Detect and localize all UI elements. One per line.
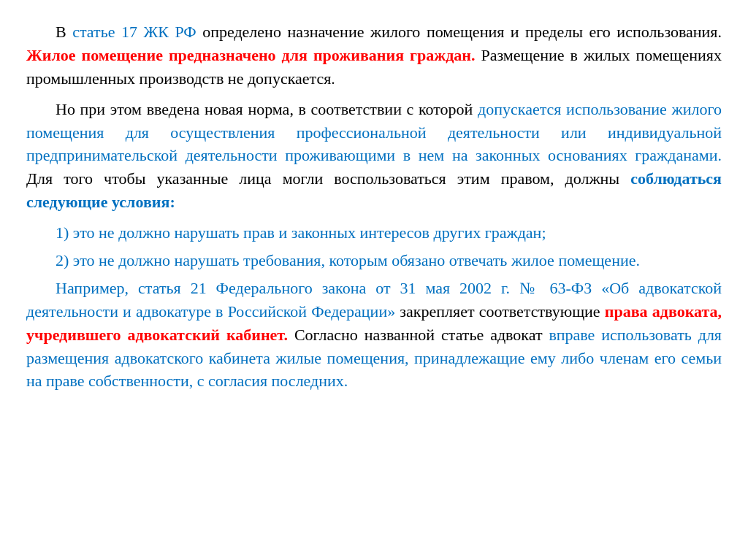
list-item-2-text: 2) это не должно нарушать требования, ко… — [56, 251, 640, 269]
p3-black2: Согласно названной статье адвокат — [288, 326, 549, 344]
paragraph-3: Например, статья 21 Федерального закона … — [26, 277, 722, 393]
list-item-1: 1) это не должно нарушать прав и законны… — [26, 221, 722, 245]
p1-prefix: В — [56, 23, 72, 41]
p1-highlight: Жилое помещение предназначено для прожив… — [26, 46, 476, 64]
paragraph-2: Но при этом введена новая норма, в соотв… — [26, 98, 722, 214]
p1-middle: определено назначение жилого помещения и… — [196, 23, 722, 41]
p1-link: статье 17 ЖК РФ — [72, 23, 196, 41]
p2-middle: Для того чтобы указанные лица могли восп… — [26, 169, 630, 188]
list-item-2: 2) это не должно нарушать требования, ко… — [26, 249, 722, 272]
p3-black1: закрепляет соответствующие — [395, 302, 605, 321]
paragraph-1: В статье 17 ЖК РФ определено назначение … — [26, 20, 722, 91]
p2-prefix: Но при этом введена новая норма, в соотв… — [56, 100, 478, 118]
page-container: В статье 17 ЖК РФ определено назначение … — [0, 0, 748, 560]
list-item-1-text: 1) это не должно нарушать прав и законны… — [56, 223, 546, 242]
